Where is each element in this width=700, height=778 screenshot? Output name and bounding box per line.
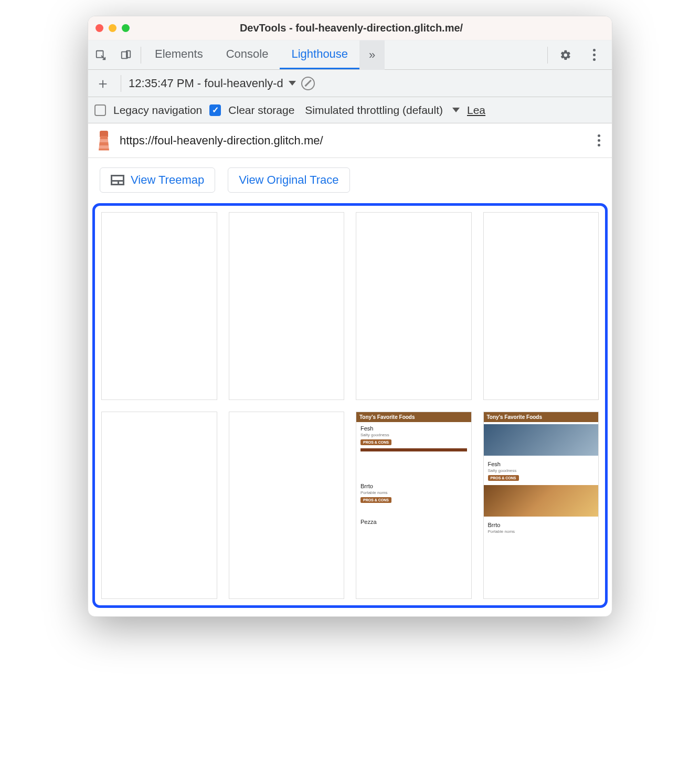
filmstrip-frame[interactable] xyxy=(229,212,345,400)
tab-elements[interactable]: Elements xyxy=(143,40,215,69)
titlebar: DevTools - foul-heavenly-direction.glitc… xyxy=(88,16,612,40)
chevron-down-icon xyxy=(289,81,296,86)
device-toggle-icon[interactable] xyxy=(113,40,139,70)
view-original-trace-button[interactable]: View Original Trace xyxy=(228,167,349,193)
filmstrip-frame[interactable] xyxy=(483,212,599,400)
mini-item-button: PROS & CONS xyxy=(488,475,519,481)
learn-more-link[interactable]: Lea xyxy=(467,104,485,117)
mini-item-sub: Portable noms xyxy=(488,529,595,534)
mini-image xyxy=(484,424,599,456)
filmstrip-frame[interactable] xyxy=(229,412,345,600)
lighthouse-options: Legacy navigation ✓ Clear storage Simula… xyxy=(88,97,612,123)
mini-item-sub: Salty goodness xyxy=(360,433,467,437)
filmstrip-frame[interactable] xyxy=(356,212,472,400)
filmstrip-frame[interactable]: Tony's Favorite Foods Fesh Salty goodnes… xyxy=(356,412,472,600)
mini-item-title: Fesh xyxy=(360,425,467,432)
mini-item-button: PROS & CONS xyxy=(360,497,391,503)
filmstrip-frame[interactable] xyxy=(101,212,217,400)
filmstrip-frame[interactable]: Tony's Favorite Foods Fesh Salty goodnes… xyxy=(483,412,599,600)
mini-item-sub: Portable noms xyxy=(360,490,467,495)
mini-item-title: Brrto xyxy=(488,522,595,528)
mini-item-title: Pezza xyxy=(360,519,467,525)
throttling-label: Simulated throttling (default) xyxy=(305,104,443,117)
lighthouse-icon xyxy=(96,131,112,151)
treemap-icon xyxy=(111,175,124,185)
mini-item-title: Fesh xyxy=(488,461,595,467)
view-treemap-button[interactable]: View Treemap xyxy=(100,167,215,193)
audited-url-row: https://foul-heavenly-direction.glitch.m… xyxy=(88,123,612,158)
filmstrip-frame[interactable] xyxy=(101,412,217,600)
new-report-button[interactable]: ＋ xyxy=(92,73,113,94)
tab-console[interactable]: Console xyxy=(215,40,280,69)
mini-item-sub: Salty goodness xyxy=(488,468,595,473)
divider xyxy=(547,47,548,64)
window-title: DevTools - foul-heavenly-direction.glitc… xyxy=(98,22,604,34)
mini-item-title: Brrto xyxy=(360,483,467,489)
legacy-navigation-checkbox[interactable] xyxy=(94,104,106,116)
filmstrip-highlight: Tony's Favorite Foods Fesh Salty goodnes… xyxy=(92,203,608,608)
devtools-tabbar: Elements Console Lighthouse » xyxy=(88,40,612,70)
more-icon[interactable] xyxy=(581,40,607,70)
chevron-down-icon[interactable] xyxy=(452,108,460,112)
divider xyxy=(141,47,141,64)
report-dropdown-label: 12:35:47 PM - foul-heavenly-d xyxy=(129,77,283,90)
tab-lighthouse[interactable]: Lighthouse xyxy=(280,40,359,69)
clear-storage-checkbox[interactable]: ✓ xyxy=(209,104,221,116)
audited-url: https://foul-heavenly-direction.glitch.m… xyxy=(120,134,586,148)
report-selector-row: ＋ 12:35:47 PM - foul-heavenly-d xyxy=(88,70,612,97)
clear-storage-label: Clear storage xyxy=(228,104,294,117)
mini-page-header: Tony's Favorite Foods xyxy=(484,412,599,422)
report-actions: View Treemap View Original Trace xyxy=(88,158,612,199)
filmstrip: Tony's Favorite Foods Fesh Salty goodnes… xyxy=(101,212,599,599)
view-original-trace-label: View Original Trace xyxy=(239,173,338,187)
report-menu-icon[interactable] xyxy=(593,130,604,151)
divider xyxy=(121,75,121,92)
mini-image xyxy=(484,485,599,517)
mini-page-header: Tony's Favorite Foods xyxy=(356,412,471,422)
tabs-overflow-icon[interactable]: » xyxy=(359,40,385,70)
clear-icon[interactable] xyxy=(301,77,315,90)
report-dropdown[interactable]: 12:35:47 PM - foul-heavenly-d xyxy=(129,77,296,90)
legacy-navigation-label: Legacy navigation xyxy=(113,104,202,117)
mini-item-button: PROS & CONS xyxy=(360,439,391,445)
settings-icon[interactable] xyxy=(553,40,578,70)
devtools-window: DevTools - foul-heavenly-direction.glitc… xyxy=(88,16,612,617)
view-treemap-label: View Treemap xyxy=(131,173,204,187)
inspect-icon[interactable] xyxy=(88,40,113,70)
